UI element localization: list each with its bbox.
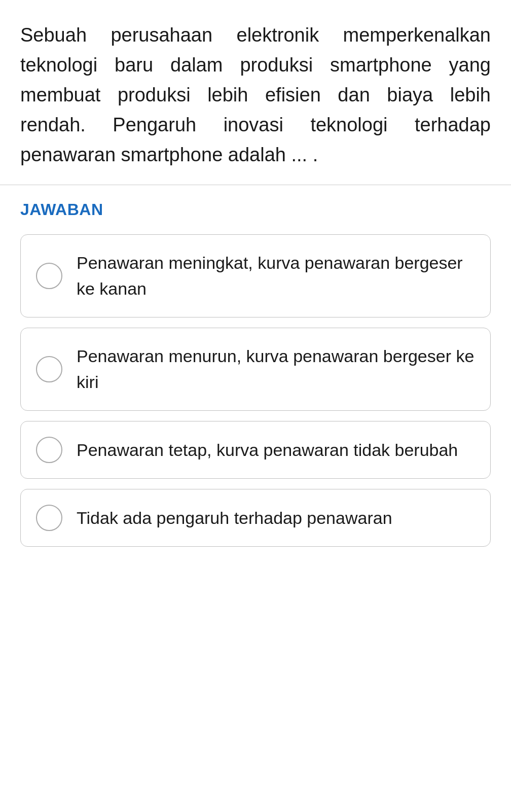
answer-options: Penawaran meningkat, kurva penawaran ber… [20, 234, 491, 547]
radio-button-d[interactable] [36, 505, 62, 531]
answer-label: JAWABAN [20, 200, 491, 219]
question-text: Sebuah perusahaan elektronik memperkenal… [20, 20, 491, 169]
answer-section: JAWABAN Penawaran meningkat, kurva penaw… [0, 185, 511, 812]
page-container: Sebuah perusahaan elektronik memperkenal… [0, 0, 511, 812]
answer-option-a[interactable]: Penawaran meningkat, kurva penawaran ber… [20, 234, 491, 317]
question-section: Sebuah perusahaan elektronik memperkenal… [0, 0, 511, 185]
option-text-c: Penawaran tetap, kurva penawaran tidak b… [77, 437, 458, 463]
radio-button-a[interactable] [36, 263, 62, 289]
option-text-b: Penawaran menurun, kurva penawaran berge… [77, 343, 475, 395]
answer-option-b[interactable]: Penawaran menurun, kurva penawaran berge… [20, 328, 491, 411]
answer-option-c[interactable]: Penawaran tetap, kurva penawaran tidak b… [20, 421, 491, 479]
answer-option-d[interactable]: Tidak ada pengaruh terhadap penawaran [20, 489, 491, 547]
radio-button-c[interactable] [36, 437, 62, 463]
option-text-a: Penawaran meningkat, kurva penawaran ber… [77, 250, 475, 302]
radio-button-b[interactable] [36, 356, 62, 382]
option-text-d: Tidak ada pengaruh terhadap penawaran [77, 505, 392, 531]
